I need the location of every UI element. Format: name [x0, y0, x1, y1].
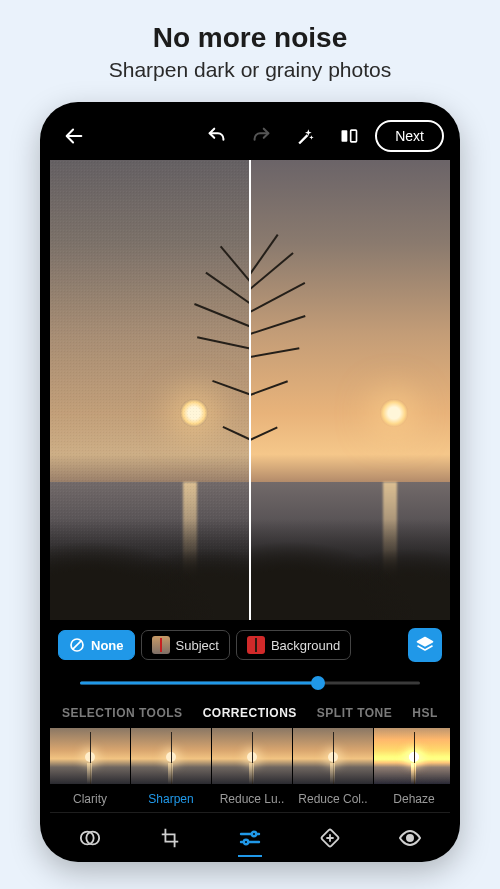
- background-swatch-icon: [247, 636, 265, 654]
- correction-clarity[interactable]: Clarity: [50, 728, 130, 806]
- mask-none-label: None: [91, 638, 124, 653]
- redo-button[interactable]: [243, 118, 279, 154]
- nav-looks[interactable]: [68, 816, 112, 860]
- promo-subtitle: Sharpen dark or grainy photos: [109, 58, 392, 82]
- corrections-strip[interactable]: Clarity Sharpen Reduce Lu.. Reduce Col..…: [50, 728, 450, 806]
- photo-after: [250, 160, 450, 620]
- svg-rect-2: [351, 130, 357, 142]
- photo-canvas[interactable]: [50, 160, 450, 620]
- svg-rect-1: [342, 130, 348, 142]
- back-button[interactable]: [56, 118, 92, 154]
- tab-hsl[interactable]: HSL: [412, 706, 438, 720]
- photo-before: [50, 160, 250, 620]
- tab-corrections[interactable]: CORRECTIONS: [203, 706, 297, 720]
- mask-selector-row: None Subject Background: [50, 620, 450, 666]
- compare-button[interactable]: [331, 118, 367, 154]
- adjustment-tabs: SELECTION TOOLS CORRECTIONS SPLIT TONE H…: [50, 696, 450, 728]
- nav-redeye[interactable]: [388, 816, 432, 860]
- correction-label: Reduce Col..: [298, 792, 367, 806]
- subject-swatch-icon: [152, 636, 170, 654]
- correction-reduce-luminance[interactable]: Reduce Lu..: [212, 728, 292, 806]
- nav-heal[interactable]: [308, 816, 352, 860]
- nav-crop[interactable]: [148, 816, 192, 860]
- layers-button[interactable]: [408, 628, 442, 662]
- bottom-nav: [50, 812, 450, 862]
- correction-dehaze[interactable]: Dehaze: [374, 728, 450, 806]
- phone-frame: Next: [40, 102, 460, 862]
- correction-reduce-color[interactable]: Reduce Col..: [293, 728, 373, 806]
- correction-label: Clarity: [73, 792, 107, 806]
- nav-adjust[interactable]: [228, 816, 272, 860]
- compare-divider[interactable]: [249, 160, 251, 620]
- promo-title: No more noise: [153, 22, 347, 54]
- svg-point-10: [252, 831, 256, 835]
- top-toolbar: Next: [50, 112, 450, 160]
- tab-split-tone[interactable]: SPLIT TONE: [317, 706, 392, 720]
- mask-none-button[interactable]: None: [58, 630, 135, 660]
- slider-thumb[interactable]: [311, 676, 325, 690]
- next-button[interactable]: Next: [375, 120, 444, 152]
- mask-subject-label: Subject: [176, 638, 219, 653]
- auto-enhance-button[interactable]: [287, 118, 323, 154]
- mask-background-button[interactable]: Background: [236, 630, 351, 660]
- correction-sharpen[interactable]: Sharpen: [131, 728, 211, 806]
- correction-label: Dehaze: [393, 792, 434, 806]
- adjustment-slider[interactable]: [50, 666, 450, 696]
- mask-background-label: Background: [271, 638, 340, 653]
- svg-point-11: [244, 839, 248, 843]
- svg-line-4: [72, 640, 81, 649]
- tab-selection-tools[interactable]: SELECTION TOOLS: [62, 706, 183, 720]
- next-button-label: Next: [395, 128, 424, 144]
- slider-fill: [80, 682, 318, 685]
- svg-marker-5: [418, 638, 433, 646]
- svg-point-15: [407, 835, 413, 841]
- correction-label: Reduce Lu..: [220, 792, 285, 806]
- mask-subject-button[interactable]: Subject: [141, 630, 230, 660]
- undo-button[interactable]: [199, 118, 235, 154]
- correction-label: Sharpen: [148, 792, 193, 806]
